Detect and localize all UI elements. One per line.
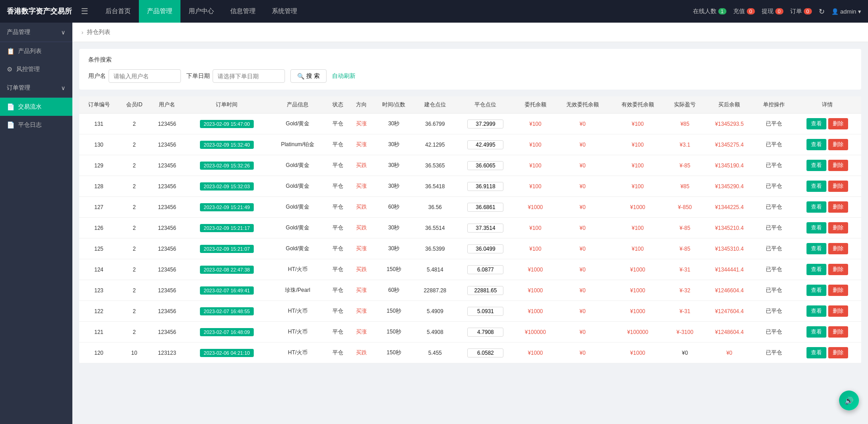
cell-open-price: 36.5418 — [415, 176, 455, 197]
cell-order-id: 128 — [79, 176, 119, 197]
close-price-input[interactable] — [467, 328, 503, 337]
view-button[interactable]: 查看 — [806, 305, 826, 317]
close-price-input[interactable] — [467, 119, 503, 129]
nav-item-info[interactable]: 信息管理 — [222, 0, 264, 23]
cell-invalid-delegate: ¥0 — [555, 114, 610, 134]
close-price-input[interactable] — [467, 161, 503, 170]
view-button[interactable]: 查看 — [806, 222, 826, 233]
sidebar-product-list-label: 产品列表 — [18, 47, 42, 55]
user-menu[interactable]: 👤 admin ▾ — [831, 8, 861, 15]
delete-button[interactable]: 删除 — [828, 139, 848, 150]
delete-button[interactable]: 删除 — [828, 243, 848, 254]
username-search-input[interactable] — [109, 69, 181, 83]
delete-button[interactable]: 删除 — [828, 264, 848, 275]
delete-button[interactable]: 删除 — [828, 285, 848, 296]
cell-detail: 查看 删除 — [793, 114, 861, 134]
sidebar-item-close-log[interactable]: 📄 平仓日志 — [0, 116, 72, 134]
cell-delegate: ¥100 — [516, 114, 555, 134]
nav-item-system[interactable]: 系统管理 — [264, 0, 305, 23]
nav-item-user[interactable]: 用户中心 — [180, 0, 222, 23]
close-price-input[interactable] — [467, 307, 503, 316]
date-search-input[interactable] — [213, 69, 285, 83]
sidebar-header-order[interactable]: 订单管理 ∨ — [0, 78, 72, 98]
cell-order-time: 2023-02-07 16:49:41 — [184, 280, 270, 301]
datetime-badge: 2023-02-09 15:32:03 — [200, 182, 253, 191]
cell-close-price — [455, 343, 516, 363]
cell-profit: ¥-32 — [665, 280, 705, 301]
cell-operation: 已平仓 — [754, 155, 793, 176]
delete-button[interactable]: 删除 — [828, 347, 848, 358]
withdraw-item[interactable]: 提现 0 — [762, 7, 783, 15]
col-status: 状态 — [326, 96, 350, 114]
close-price-input[interactable] — [467, 224, 503, 233]
delete-button[interactable]: 删除 — [828, 201, 848, 213]
view-button[interactable]: 查看 — [806, 139, 826, 150]
view-button[interactable]: 查看 — [806, 347, 826, 358]
view-button[interactable]: 查看 — [806, 243, 826, 254]
cell-order-time: 2023-02-09 15:32:40 — [184, 134, 270, 155]
sidebar-header-product[interactable]: 产品管理 ∨ — [0, 23, 72, 42]
close-price-input[interactable] — [467, 348, 503, 357]
delete-button[interactable]: 删除 — [828, 326, 848, 338]
view-button[interactable]: 查看 — [806, 326, 826, 338]
delete-button[interactable]: 删除 — [828, 305, 848, 317]
refresh-icon[interactable]: ↻ — [819, 7, 825, 16]
auto-refresh-button[interactable]: 自动刷新 — [332, 72, 356, 80]
close-price-input[interactable] — [467, 182, 503, 191]
delete-button[interactable]: 删除 — [828, 160, 848, 171]
col-product: 产品信息 — [270, 96, 326, 114]
cell-valid-delegate: ¥1000 — [610, 343, 665, 363]
cell-product: Gold/黄金 — [270, 176, 326, 197]
close-price-input[interactable] — [467, 203, 503, 212]
cell-time-points: 30秒 — [373, 155, 415, 176]
content-area: › 持仓列表 条件搜索 用户名 下单日期 🔍 搜 索 自动刷新 — [72, 23, 868, 424]
cell-member-id: 2 — [119, 259, 150, 280]
float-action-button[interactable]: 🔊 — [839, 391, 859, 410]
recharge-item[interactable]: 充值 0 — [733, 7, 755, 15]
datetime-badge: 2023-02-06 04:21:10 — [200, 349, 253, 357]
table-row: 126 2 123456 2023-02-09 15:21:17 Gold/黄金… — [79, 218, 861, 238]
menu-toggle-icon[interactable]: ☰ — [81, 6, 88, 16]
delete-button[interactable]: 删除 — [828, 181, 848, 192]
cell-operation: 已平仓 — [754, 176, 793, 197]
sidebar-item-product-list[interactable]: 📋 产品列表 — [0, 42, 72, 60]
delete-button[interactable]: 删除 — [828, 222, 848, 233]
cell-open-price: 5.4908 — [415, 322, 455, 343]
view-button[interactable]: 查看 — [806, 264, 826, 275]
sidebar-item-risk[interactable]: ⚙ 风控管理 — [0, 60, 72, 78]
nav-menu: 后台首页 产品管理 用户中心 信息管理 系统管理 — [97, 0, 693, 23]
cell-balance: ¥1248604.4 — [705, 322, 754, 343]
cell-product: HT/火币 — [270, 343, 326, 363]
close-price-input[interactable] — [467, 265, 503, 274]
cell-delegate: ¥100 — [516, 218, 555, 238]
cell-username: 123123 — [150, 343, 184, 363]
cell-product: HT/火币 — [270, 301, 326, 322]
nav-item-product[interactable]: 产品管理 — [139, 0, 180, 23]
cell-direction: 买涨 — [350, 238, 373, 259]
cell-order-time: 2023-02-09 15:32:03 — [184, 176, 270, 197]
search-button[interactable]: 🔍 搜 索 — [290, 69, 327, 83]
cell-invalid-delegate: ¥0 — [555, 238, 610, 259]
view-button[interactable]: 查看 — [806, 160, 826, 171]
nav-item-home[interactable]: 后台首页 — [97, 0, 139, 23]
cell-close-price — [455, 197, 516, 218]
cell-order-time: 2023-02-07 16:48:55 — [184, 301, 270, 322]
close-price-input[interactable] — [467, 286, 503, 295]
close-price-input[interactable] — [467, 244, 503, 253]
search-title: 条件搜索 — [88, 56, 852, 64]
col-delegate: 委托余额 — [516, 96, 555, 114]
order-item[interactable]: 订单 0 — [790, 7, 812, 15]
cell-direction: 买跌 — [350, 218, 373, 238]
sidebar-item-transaction[interactable]: 📄 交易流水 — [0, 98, 72, 116]
view-button[interactable]: 查看 — [806, 201, 826, 213]
close-price-input[interactable] — [467, 140, 503, 149]
cell-invalid-delegate: ¥0 — [555, 343, 610, 363]
view-button[interactable]: 查看 — [806, 285, 826, 296]
cell-username: 123456 — [150, 280, 184, 301]
positions-table: 订单编号 会员ID 用户名 订单时间 产品信息 状态 方向 时间/点数 建仓点位… — [79, 96, 861, 363]
delete-button[interactable]: 删除 — [828, 118, 848, 129]
view-button[interactable]: 查看 — [806, 181, 826, 192]
cell-valid-delegate: ¥1000 — [610, 197, 665, 218]
view-button[interactable]: 查看 — [806, 118, 826, 129]
cell-delegate: ¥100 — [516, 176, 555, 197]
